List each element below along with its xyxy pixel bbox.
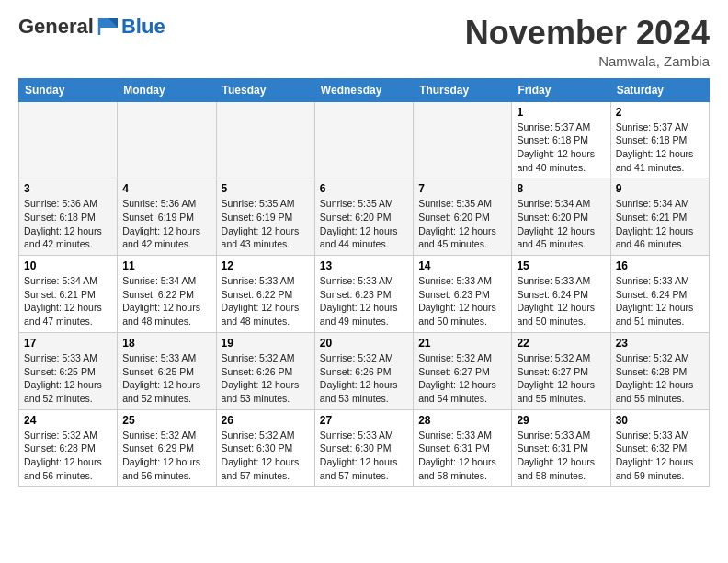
day-info: Sunrise: 5:37 AMSunset: 6:18 PMDaylight:… (616, 121, 704, 175)
day-info: Sunrise: 5:32 AMSunset: 6:28 PMDaylight:… (24, 429, 112, 483)
weekday-header: Saturday (610, 78, 709, 101)
calendar-day-cell: 9Sunrise: 5:34 AMSunset: 6:21 PMDaylight… (610, 178, 709, 256)
calendar-day-cell: 29Sunrise: 5:33 AMSunset: 6:31 PMDayligh… (512, 409, 610, 487)
calendar-week-row: 10Sunrise: 5:34 AMSunset: 6:21 PMDayligh… (19, 256, 710, 333)
logo-flag-icon (96, 17, 121, 37)
day-number: 17 (24, 337, 112, 350)
day-number: 21 (418, 337, 506, 350)
day-number: 5 (222, 182, 310, 195)
logo: General Blue (18, 15, 165, 39)
calendar-day-cell: 4Sunrise: 5:36 AMSunset: 6:19 PMDaylight… (118, 178, 216, 256)
calendar-day-cell: 20Sunrise: 5:32 AMSunset: 6:26 PMDayligh… (314, 332, 413, 409)
calendar-day-cell: 13Sunrise: 5:33 AMSunset: 6:23 PMDayligh… (314, 256, 413, 333)
calendar-day-cell: 3Sunrise: 5:36 AMSunset: 6:18 PMDaylight… (19, 178, 118, 256)
day-number: 12 (222, 259, 310, 272)
weekday-header: Sunday (19, 78, 118, 101)
calendar-day-cell: 7Sunrise: 5:35 AMSunset: 6:20 PMDaylight… (414, 178, 512, 256)
calendar-day-cell: 6Sunrise: 5:35 AMSunset: 6:20 PMDaylight… (314, 178, 413, 256)
calendar-day-cell: 27Sunrise: 5:33 AMSunset: 6:30 PMDayligh… (314, 409, 413, 487)
calendar-day-cell: 17Sunrise: 5:33 AMSunset: 6:25 PMDayligh… (19, 332, 118, 409)
day-number: 15 (517, 259, 605, 272)
header: General Blue November 2024 Namwala, Zamb… (18, 15, 710, 69)
day-info: Sunrise: 5:37 AMSunset: 6:18 PMDaylight:… (517, 121, 605, 175)
day-number: 18 (122, 337, 210, 350)
calendar-day-cell: 28Sunrise: 5:33 AMSunset: 6:31 PMDayligh… (414, 409, 512, 487)
day-info: Sunrise: 5:32 AMSunset: 6:26 PMDaylight:… (320, 351, 408, 406)
day-info: Sunrise: 5:32 AMSunset: 6:26 PMDaylight:… (222, 351, 310, 406)
calendar-day-cell (19, 101, 118, 178)
calendar-day-cell: 8Sunrise: 5:34 AMSunset: 6:20 PMDaylight… (512, 178, 610, 256)
calendar-day-cell: 12Sunrise: 5:33 AMSunset: 6:22 PMDayligh… (216, 256, 314, 333)
day-number: 14 (418, 259, 506, 272)
calendar-day-cell (414, 101, 512, 178)
day-info: Sunrise: 5:32 AMSunset: 6:27 PMDaylight:… (418, 351, 506, 406)
day-number: 2 (616, 106, 704, 119)
logo-blue: Blue (121, 15, 165, 39)
day-info: Sunrise: 5:35 AMSunset: 6:20 PMDaylight:… (418, 197, 506, 251)
calendar-day-cell: 23Sunrise: 5:32 AMSunset: 6:28 PMDayligh… (610, 332, 709, 409)
day-number: 23 (616, 337, 704, 350)
day-info: Sunrise: 5:33 AMSunset: 6:31 PMDaylight:… (418, 429, 506, 483)
day-info: Sunrise: 5:33 AMSunset: 6:24 PMDaylight:… (616, 274, 704, 328)
calendar-table: SundayMondayTuesdayWednesdayThursdayFrid… (18, 78, 710, 488)
day-info: Sunrise: 5:36 AMSunset: 6:19 PMDaylight:… (122, 197, 210, 251)
day-number: 3 (24, 182, 112, 195)
day-number: 24 (24, 414, 112, 427)
calendar-week-row: 17Sunrise: 5:33 AMSunset: 6:25 PMDayligh… (19, 332, 710, 409)
day-info: Sunrise: 5:33 AMSunset: 6:24 PMDaylight:… (517, 274, 605, 328)
weekday-header: Wednesday (314, 78, 413, 101)
calendar-day-cell: 11Sunrise: 5:34 AMSunset: 6:22 PMDayligh… (118, 256, 216, 333)
day-info: Sunrise: 5:32 AMSunset: 6:30 PMDaylight:… (222, 429, 310, 483)
calendar-day-cell: 21Sunrise: 5:32 AMSunset: 6:27 PMDayligh… (414, 332, 512, 409)
day-info: Sunrise: 5:35 AMSunset: 6:20 PMDaylight:… (320, 197, 408, 251)
day-number: 16 (616, 259, 704, 272)
logo-text: General Blue (18, 15, 165, 39)
calendar-week-row: 24Sunrise: 5:32 AMSunset: 6:28 PMDayligh… (19, 409, 710, 487)
day-number: 20 (320, 337, 408, 350)
day-number: 29 (517, 414, 605, 427)
weekday-header: Monday (118, 78, 216, 101)
day-info: Sunrise: 5:33 AMSunset: 6:25 PMDaylight:… (24, 351, 112, 406)
day-info: Sunrise: 5:32 AMSunset: 6:29 PMDaylight:… (122, 429, 210, 483)
calendar-day-cell (314, 101, 413, 178)
location: Namwala, Zambia (465, 53, 710, 69)
calendar-day-cell: 26Sunrise: 5:32 AMSunset: 6:30 PMDayligh… (216, 409, 314, 487)
day-number: 28 (418, 414, 506, 427)
day-info: Sunrise: 5:33 AMSunset: 6:22 PMDaylight:… (222, 274, 310, 328)
calendar-day-cell: 14Sunrise: 5:33 AMSunset: 6:23 PMDayligh… (414, 256, 512, 333)
day-number: 1 (517, 106, 605, 119)
calendar-day-cell: 15Sunrise: 5:33 AMSunset: 6:24 PMDayligh… (512, 256, 610, 333)
calendar-week-row: 3Sunrise: 5:36 AMSunset: 6:18 PMDaylight… (19, 178, 710, 256)
calendar-day-cell: 10Sunrise: 5:34 AMSunset: 6:21 PMDayligh… (19, 256, 118, 333)
calendar-day-cell (216, 101, 314, 178)
day-number: 22 (517, 337, 605, 350)
day-info: Sunrise: 5:33 AMSunset: 6:32 PMDaylight:… (616, 429, 704, 483)
month-title: November 2024 (465, 15, 710, 52)
day-info: Sunrise: 5:34 AMSunset: 6:20 PMDaylight:… (517, 197, 605, 251)
calendar-header-row: SundayMondayTuesdayWednesdayThursdayFrid… (19, 78, 710, 101)
page: General Blue November 2024 Namwala, Zamb… (0, 0, 728, 501)
calendar-day-cell: 22Sunrise: 5:32 AMSunset: 6:27 PMDayligh… (512, 332, 610, 409)
day-number: 4 (122, 182, 210, 195)
calendar-day-cell: 18Sunrise: 5:33 AMSunset: 6:25 PMDayligh… (118, 332, 216, 409)
weekday-header: Thursday (414, 78, 512, 101)
day-number: 7 (418, 182, 506, 195)
day-info: Sunrise: 5:32 AMSunset: 6:27 PMDaylight:… (517, 351, 605, 406)
day-number: 11 (122, 259, 210, 272)
weekday-header: Tuesday (216, 78, 314, 101)
calendar-day-cell: 19Sunrise: 5:32 AMSunset: 6:26 PMDayligh… (216, 332, 314, 409)
calendar-day-cell: 25Sunrise: 5:32 AMSunset: 6:29 PMDayligh… (118, 409, 216, 487)
logo-general: General (18, 15, 94, 39)
calendar-day-cell: 30Sunrise: 5:33 AMSunset: 6:32 PMDayligh… (610, 409, 709, 487)
day-info: Sunrise: 5:32 AMSunset: 6:28 PMDaylight:… (616, 351, 704, 406)
day-number: 30 (616, 414, 704, 427)
day-number: 19 (222, 337, 310, 350)
day-info: Sunrise: 5:35 AMSunset: 6:19 PMDaylight:… (222, 197, 310, 251)
calendar-day-cell: 1Sunrise: 5:37 AMSunset: 6:18 PMDaylight… (512, 101, 610, 178)
day-number: 25 (122, 414, 210, 427)
day-info: Sunrise: 5:33 AMSunset: 6:31 PMDaylight:… (517, 429, 605, 483)
day-number: 9 (616, 182, 704, 195)
day-info: Sunrise: 5:36 AMSunset: 6:18 PMDaylight:… (24, 197, 112, 251)
day-number: 27 (320, 414, 408, 427)
day-number: 8 (517, 182, 605, 195)
